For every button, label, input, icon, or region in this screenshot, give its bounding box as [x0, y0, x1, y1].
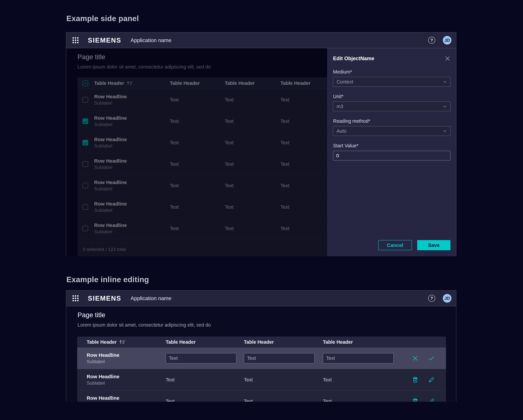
app-launcher-icon[interactable] — [72, 37, 79, 44]
application-name: Application name — [131, 37, 171, 43]
inline-edit-input[interactable] — [166, 353, 236, 363]
table-row-editing: Row Headline Sublabel — [77, 347, 446, 369]
unit-select[interactable]: m3 — [333, 102, 450, 111]
column-header[interactable]: Table Header — [313, 339, 406, 345]
modal-dim-overlay — [66, 48, 327, 256]
column-header[interactable]: Table Header — [234, 339, 313, 345]
row-sublabel: Sublabel — [87, 359, 156, 364]
field-start-value: Start Value* — [333, 143, 450, 161]
app-window-side-panel: SIEMENS Application name ? JD Page title… — [66, 32, 456, 256]
field-medium: Medium* Context — [333, 69, 450, 87]
chevron-down-icon — [443, 80, 447, 84]
app-window-inline-editing: SIEMENS Application name ? JD Page title… — [66, 290, 456, 402]
row-headline: Row Headline — [87, 374, 156, 380]
table-row[interactable]: Row Headline Sublabel Text Text Text — [77, 369, 446, 390]
brand-logo: SIEMENS — [88, 37, 121, 44]
table-cell: Text — [234, 399, 313, 402]
edit-side-panel: Edit ObjectName Medium* Context Unit* m3… — [327, 48, 456, 256]
row-sublabel: Sublabel — [87, 380, 156, 386]
app-launcher-icon[interactable] — [72, 295, 79, 302]
inline-edit-input[interactable] — [244, 353, 315, 363]
app-header: SIEMENS Application name ? JD — [66, 32, 456, 48]
table-row[interactable]: Row Headline Sublabel Text Text Text — [77, 390, 446, 402]
delete-icon[interactable] — [412, 376, 419, 383]
medium-select[interactable]: Context — [333, 77, 450, 87]
help-icon[interactable]: ? — [428, 37, 435, 44]
page-title: Page title — [78, 311, 105, 319]
save-button[interactable]: Save — [417, 240, 450, 250]
column-header[interactable]: Table Header — [77, 339, 156, 345]
table-cell: Text — [156, 399, 234, 402]
app-header: SIEMENS Application name ? JD — [66, 291, 456, 306]
reading-method-select[interactable]: Auto — [333, 126, 450, 136]
data-table: Table Header Table Header Table Header T… — [77, 337, 446, 402]
table-cell: Text — [313, 377, 406, 383]
app-content: Page title Lorem ipsum dolor sit amet, c… — [66, 306, 456, 402]
table-cell: Text — [234, 377, 313, 383]
user-avatar[interactable]: JD — [443, 36, 451, 45]
row-headline: Row Headline — [87, 395, 156, 401]
edit-icon[interactable] — [428, 376, 435, 383]
application-name: Application name — [131, 295, 171, 301]
close-icon[interactable] — [444, 56, 450, 62]
field-reading-method: Reading method* Auto — [333, 118, 450, 136]
start-value-input[interactable] — [333, 151, 450, 161]
field-unit: Unit* m3 — [333, 94, 450, 111]
panel-title: Edit ObjectName — [333, 56, 374, 62]
sort-ascending-icon — [119, 339, 126, 345]
field-label: Reading method* — [333, 118, 450, 124]
brand-logo: SIEMENS — [88, 295, 121, 302]
help-icon[interactable]: ? — [428, 295, 435, 302]
section-heading-side-panel: Example side panel — [66, 14, 139, 23]
table-header-row: Table Header Table Header Table Header T… — [77, 337, 446, 347]
section-heading-inline-editing: Example inline editing — [66, 275, 149, 284]
app-content: Page title Lorem ipsum dolor sit amet, c… — [66, 48, 456, 256]
table-cell: Text — [156, 377, 234, 383]
chevron-down-icon — [443, 129, 447, 133]
confirm-edit-icon[interactable] — [428, 355, 435, 362]
cancel-edit-icon[interactable] — [412, 355, 419, 362]
edit-icon[interactable] — [428, 397, 435, 402]
row-headline: Row Headline — [87, 352, 156, 358]
inline-edit-input[interactable] — [323, 353, 393, 363]
column-header[interactable]: Table Header — [156, 339, 234, 345]
user-avatar[interactable]: JD — [443, 294, 451, 303]
field-label: Unit* — [333, 94, 450, 99]
delete-icon[interactable] — [412, 397, 419, 402]
page-subtitle: Lorem ipsum dolor sit amet, consectetur … — [78, 322, 211, 328]
field-label: Medium* — [333, 69, 450, 75]
field-label: Start Value* — [333, 143, 450, 148]
table-cell: Text — [313, 399, 406, 402]
cancel-button[interactable]: Cancel — [378, 240, 412, 250]
chevron-down-icon — [443, 104, 447, 109]
